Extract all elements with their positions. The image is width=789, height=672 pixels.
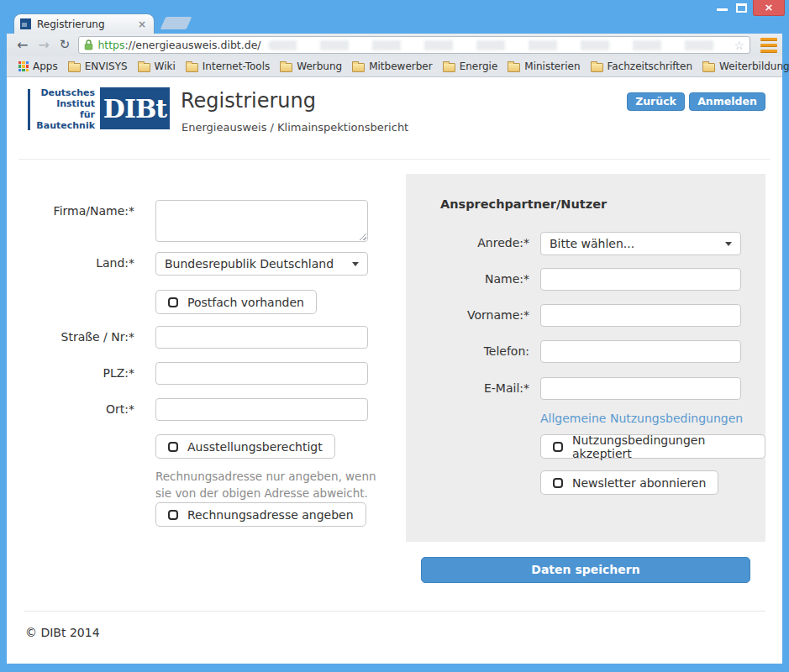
bookmark-folder[interactable]: Internet-Tools (181, 59, 275, 74)
nutzungsbedingungen-link[interactable]: Allgemeine Nutzungsbedingungen (540, 412, 743, 425)
folder-icon (443, 63, 455, 72)
bookmark-label: Werbung (297, 60, 342, 72)
bookmark-folder[interactable]: Mitbewerber (347, 59, 437, 74)
name-label: Name:* (406, 268, 529, 286)
chrome-menu-icon[interactable] (760, 38, 777, 53)
rechnung-label: Rechnungsadresse angeben (187, 508, 354, 522)
ansprechpartner-panel: Ansprechpartner/Nutzer Anrede:* Bitte wä… (406, 174, 765, 542)
anrede-select[interactable]: Bitte wählen... (540, 232, 741, 255)
bookmark-folder[interactable]: Energie (438, 59, 503, 74)
folder-icon (702, 63, 715, 72)
vorname-input[interactable] (540, 304, 741, 327)
address-bar[interactable]: https://energieausweis.dibt.de/ ☆ (78, 36, 750, 54)
bookmark-label: Wiki (155, 60, 176, 72)
folder-icon (352, 63, 365, 72)
checkbox-icon[interactable] (553, 478, 563, 488)
tab-title: Registrierung (37, 18, 136, 30)
reload-icon[interactable]: ↻ (55, 39, 76, 51)
bookmark-folder[interactable]: Ministerien (502, 59, 585, 74)
bookmark-label: Ministerien (524, 60, 580, 72)
bookmark-label: ENVISYS (85, 60, 128, 72)
tab-close-icon[interactable]: × (136, 18, 148, 30)
nutzungsbedingungen-checkbox-button[interactable]: Nutzungsbedingungen akzeptiert (540, 434, 765, 459)
folder-icon (68, 63, 81, 72)
folder-icon (138, 63, 150, 72)
email-input[interactable] (540, 377, 741, 400)
window-minimize-button[interactable] (717, 8, 728, 11)
rechnungsadresse-checkbox-button[interactable]: Rechnungsadresse angeben (155, 502, 366, 527)
page-content: Deutsches Institut für Bautechnik DIBt R… (7, 77, 782, 664)
firma-label: Firma/Name:* (7, 200, 134, 218)
bookmark-folder[interactable]: Weiterbildung (697, 59, 789, 74)
bookmark-folder[interactable]: ENVISYS (63, 59, 133, 74)
firma-textarea[interactable] (155, 200, 368, 242)
bookmark-folder[interactable]: Wiki (133, 59, 181, 74)
land-label: Land:* (7, 252, 134, 270)
folder-icon (280, 63, 292, 72)
zurueck-button[interactable]: Zurück (627, 92, 685, 111)
url-scheme: https (97, 39, 124, 51)
chevron-down-icon (725, 242, 732, 246)
telefon-label: Telefon: (406, 340, 529, 358)
land-selected-value: Bundesrepublik Deutschland (165, 257, 334, 270)
bookmark-label: Apps (33, 60, 58, 72)
checkbox-icon[interactable] (168, 442, 178, 452)
bookmark-label: Weiterbildung (719, 60, 789, 72)
accept-label: Nutzungsbedingungen akzeptiert (572, 433, 753, 460)
forward-icon: → (33, 39, 54, 52)
window-close-button[interactable]: × (753, 0, 785, 16)
bookmark-folder-items: ENVISYSWikiInternet-ToolsWerbungMitbewer… (63, 59, 789, 74)
telefon-input[interactable] (540, 340, 741, 363)
strasse-label: Straße / Nr:* (7, 326, 134, 344)
tab-favicon-icon (20, 18, 31, 29)
note-line: sie von der obigen Adresse abweicht. (155, 486, 376, 502)
strasse-input[interactable] (155, 326, 368, 349)
url-text: ://energieausweis.dibt.de/ (125, 39, 261, 51)
desktop: × Registrierung × ← → ↻ https://energiea… (0, 0, 789, 672)
anrede-label: Anrede:* (406, 232, 529, 249)
postfach-checkbox-button[interactable]: Postfach vorhanden (155, 290, 317, 314)
window-maximize-button[interactable] (736, 3, 747, 13)
bookmark-label: Fachzeitschriften (608, 60, 693, 72)
bookmarks-bar: Apps ENVISYSWikiInternet-ToolsWerbungMit… (7, 56, 782, 77)
newsletter-checkbox-button[interactable]: Newsletter abonnieren (540, 470, 718, 495)
checkbox-icon[interactable] (168, 297, 178, 307)
https-lock-icon (84, 39, 93, 50)
bookmark-star-icon[interactable]: ☆ (734, 39, 744, 51)
chevron-down-icon (352, 262, 359, 266)
folder-icon (508, 63, 520, 72)
ort-input[interactable] (155, 398, 368, 421)
checkbox-icon[interactable] (553, 442, 563, 452)
bookmark-apps[interactable]: Apps (13, 59, 63, 74)
land-select[interactable]: Bundesrepublik Deutschland (155, 252, 368, 276)
note-line: Rechnungsadresse nur angeben, wenn (155, 469, 376, 486)
folder-icon (591, 63, 603, 72)
browser-toolbar: ← → ↻ https://energieausweis.dibt.de/ ☆ (7, 34, 782, 56)
checkbox-icon[interactable] (168, 510, 178, 520)
folder-icon (186, 63, 198, 72)
address-form: Firma/Name:* Land:* Bundesrepublik Deuts… (7, 77, 376, 548)
bookmark-label: Energie (460, 60, 498, 72)
ort-label: Ort:* (7, 398, 134, 416)
bookmark-label: Internet-Tools (203, 60, 270, 72)
vorname-label: Vorname:* (406, 304, 529, 322)
plz-input[interactable] (155, 362, 368, 385)
rechnungsadresse-note: Rechnungsadresse nur angeben, wenn sie v… (155, 469, 376, 501)
bookmark-folder[interactable]: Werbung (275, 59, 347, 74)
name-input[interactable] (540, 268, 741, 291)
apps-grid-icon (18, 61, 29, 71)
anrede-selected-value: Bitte wählen... (550, 237, 634, 250)
email-label: E-Mail:* (406, 377, 529, 395)
resize-grip-icon[interactable] (359, 233, 366, 240)
bookmark-folder[interactable]: Fachzeitschriften (586, 59, 698, 74)
browser-tab[interactable]: Registrierung × (14, 14, 154, 34)
panel-title: Ansprechpartner/Nutzer (440, 197, 607, 211)
daten-speichern-button[interactable]: Daten speichern (421, 557, 750, 583)
anmelden-button[interactable]: Anmelden (689, 92, 765, 111)
footer-divider (24, 611, 765, 612)
back-icon[interactable]: ← (12, 39, 33, 52)
newsletter-label: Newsletter abonnieren (572, 476, 706, 490)
new-tab-button[interactable] (160, 17, 192, 29)
url-redacted-path (268, 40, 728, 50)
ausstellungsberechtigt-checkbox-button[interactable]: Ausstellungsberechtigt (155, 434, 335, 459)
